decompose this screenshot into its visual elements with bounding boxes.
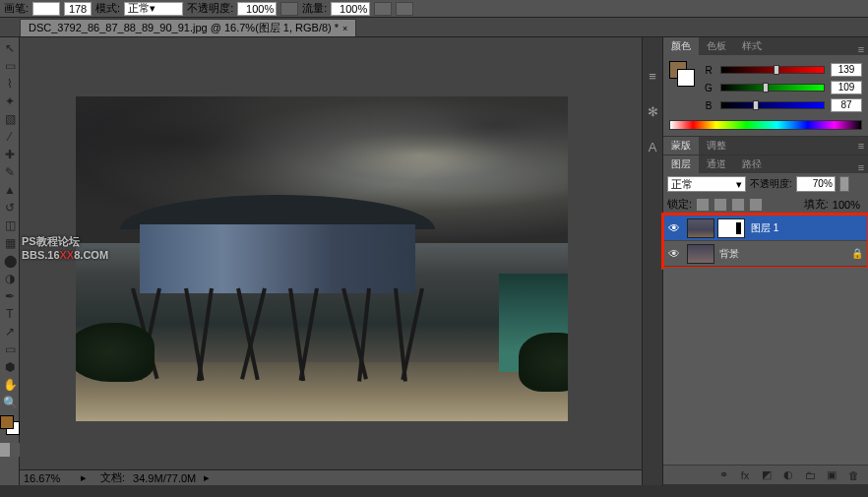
- tab-swatches[interactable]: 色板: [699, 37, 734, 55]
- dodge-tool[interactable]: ◑: [0, 270, 20, 287]
- layer-list: 👁图层 1👁背景🔒: [664, 216, 867, 267]
- adj-icon[interactable]: ◐: [779, 468, 797, 482]
- mask-icon[interactable]: ◩: [758, 468, 775, 482]
- history-brush-tool[interactable]: ↺: [0, 199, 20, 217]
- layer-mask-thumbnail[interactable]: [717, 218, 745, 238]
- fg-color-swatch[interactable]: [0, 415, 14, 429]
- doc-size-value: 34.9M/77.0M: [133, 472, 196, 484]
- tab-paths[interactable]: 路径: [734, 155, 770, 173]
- layer-opacity-input[interactable]: 70%: [796, 176, 836, 192]
- tab-adjustments[interactable]: 调整: [699, 137, 734, 155]
- link-icon[interactable]: ⚭: [714, 468, 732, 482]
- history-icon[interactable]: ≡: [644, 67, 661, 85]
- brush-preview[interactable]: [32, 2, 60, 16]
- layer-list-empty: [663, 268, 868, 465]
- zoom-stepper-icon[interactable]: ▸: [81, 471, 93, 484]
- pen-tool[interactable]: ✒: [0, 287, 20, 305]
- lock-all-icon[interactable]: [749, 198, 763, 212]
- g-value-input[interactable]: 109: [831, 81, 862, 94]
- opacity-input[interactable]: 100%: [237, 2, 277, 16]
- visibility-icon[interactable]: 👁: [664, 221, 684, 235]
- blur-tool[interactable]: ⬤: [0, 252, 20, 270]
- color-ramp[interactable]: [669, 120, 862, 130]
- path-tool[interactable]: ↗: [0, 323, 20, 341]
- watermark: PS教程论坛 BBS.16XX8.COM: [22, 234, 108, 263]
- airbrush-icon[interactable]: [396, 2, 413, 16]
- tutorial-highlight: 👁图层 1👁背景🔒: [661, 213, 868, 270]
- char-icon[interactable]: A: [644, 138, 661, 155]
- gradient-tool[interactable]: ▦: [0, 234, 20, 252]
- crop-tool[interactable]: ▧: [0, 110, 20, 128]
- blend-mode-select[interactable]: 正常▾: [124, 2, 183, 16]
- flow-chevron-icon[interactable]: [374, 2, 392, 16]
- gear-icon[interactable]: ✻: [644, 102, 661, 120]
- tab-color[interactable]: 颜色: [663, 37, 699, 55]
- canvas-area: PS教程论坛 BBS.16XX8.COM 16.67% ▸ 文档: 34.9M/…: [20, 37, 642, 485]
- brush-size-input[interactable]: 178: [64, 2, 92, 16]
- lock-position-icon[interactable]: [731, 198, 745, 212]
- b-slider[interactable]: [720, 101, 825, 109]
- lock-transparent-icon[interactable]: [696, 198, 710, 212]
- trash-icon[interactable]: 🗑: [844, 468, 862, 482]
- panel-menu-icon[interactable]: ≡: [854, 140, 868, 152]
- tab-channels[interactable]: 通道: [699, 155, 734, 173]
- layer-row[interactable]: 👁图层 1: [664, 216, 867, 241]
- g-slider[interactable]: [720, 84, 825, 92]
- status-bar: 16.67% ▸ 文档: 34.9M/77.0M ▸: [20, 469, 642, 485]
- panel-menu-icon[interactable]: ≡: [854, 161, 868, 173]
- channel-label: R: [703, 65, 714, 76]
- move-tool[interactable]: ↖: [0, 39, 20, 57]
- eyedrop-tool[interactable]: ⁄: [0, 128, 20, 146]
- hand-tool[interactable]: ✋: [0, 376, 20, 394]
- r-value-input[interactable]: 139: [831, 63, 862, 77]
- fx-icon[interactable]: fx: [736, 468, 754, 482]
- layers-footer: ⚭fx◩◐🗀▣🗑: [663, 465, 868, 484]
- fill-input[interactable]: 100%: [833, 199, 860, 211]
- layer-row[interactable]: 👁背景🔒: [664, 241, 867, 267]
- stamp-tool[interactable]: ▲: [0, 181, 20, 199]
- tab-masks[interactable]: 蒙版: [663, 137, 699, 155]
- document-tab-title: DSC_3792_86_87_88_89_90_91.jpg @ 16.7%(图…: [29, 21, 339, 35]
- quickmask-icon[interactable]: [0, 443, 20, 457]
- app-footer: [0, 485, 868, 497]
- channel-label: B: [703, 100, 714, 111]
- mode-label: 模式:: [95, 1, 120, 16]
- layer-blend-row: 正常▾ 不透明度: 70%: [663, 173, 868, 195]
- brush-tool[interactable]: ✎: [0, 163, 20, 181]
- lock-icon: 🔒: [851, 248, 867, 259]
- close-icon[interactable]: ×: [342, 24, 347, 33]
- doc-info-chevron-icon[interactable]: ▸: [204, 471, 216, 484]
- background-swatch[interactable]: [677, 69, 695, 87]
- layer-thumbnail[interactable]: [687, 244, 714, 264]
- lock-label: 锁定:: [667, 197, 692, 212]
- shape-tool[interactable]: ▭: [0, 341, 20, 358]
- lock-pixels-icon[interactable]: [713, 198, 727, 212]
- panel-menu-icon[interactable]: ≡: [854, 43, 868, 55]
- layer-thumbnail[interactable]: [687, 218, 714, 238]
- visibility-icon[interactable]: 👁: [664, 247, 684, 261]
- 3d-tool[interactable]: ⬢: [0, 358, 20, 376]
- zoom-tool[interactable]: 🔍: [0, 394, 20, 411]
- layer-name[interactable]: 图层 1: [749, 221, 867, 235]
- flow-input[interactable]: 100%: [331, 2, 370, 16]
- group-icon[interactable]: 🗀: [801, 468, 819, 482]
- type-tool[interactable]: T: [0, 305, 20, 323]
- wand-tool[interactable]: ✦: [0, 93, 20, 110]
- document-tab[interactable]: DSC_3792_86_87_88_89_90_91.jpg @ 16.7%(图…: [20, 19, 356, 36]
- zoom-input[interactable]: 16.67%: [24, 472, 73, 484]
- tab-styles[interactable]: 样式: [734, 37, 770, 55]
- tab-layers[interactable]: 图层: [663, 155, 699, 173]
- opacity-chevron-icon[interactable]: [280, 2, 298, 16]
- color-panel: 颜色 色板 样式 ≡ R139G109B87: [663, 37, 868, 137]
- lasso-tool[interactable]: ⌇: [0, 75, 20, 93]
- blend-mode-select[interactable]: 正常▾: [667, 176, 746, 192]
- heal-tool[interactable]: ✚: [0, 146, 20, 163]
- b-value-input[interactable]: 87: [831, 98, 862, 112]
- new-layer-icon[interactable]: ▣: [823, 468, 840, 482]
- eraser-tool[interactable]: ◫: [0, 217, 20, 234]
- layer-name[interactable]: 背景: [717, 247, 851, 261]
- r-slider[interactable]: [720, 66, 825, 74]
- canvas[interactable]: PS教程论坛 BBS.16XX8.COM: [20, 37, 642, 469]
- opacity-chevron-icon[interactable]: [839, 176, 849, 192]
- marquee-tool[interactable]: ▭: [0, 57, 20, 75]
